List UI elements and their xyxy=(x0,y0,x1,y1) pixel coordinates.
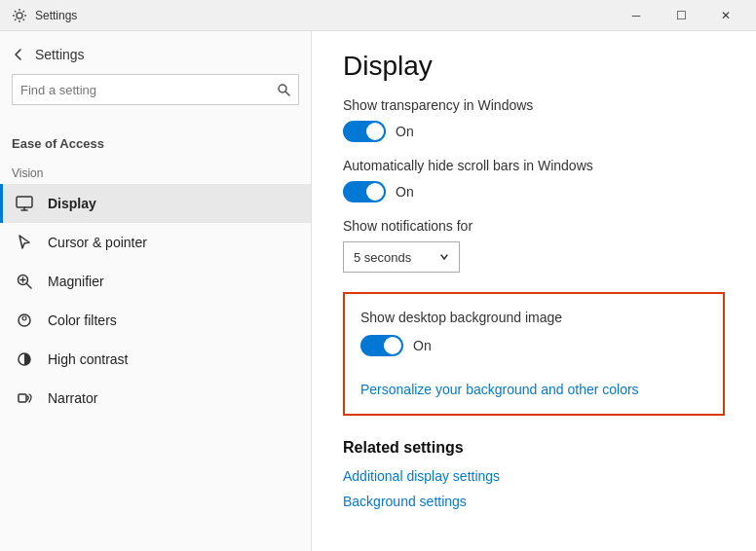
high-contrast-label: High contrast xyxy=(48,351,128,367)
content-area: Display Show transparency in Windows On … xyxy=(312,31,756,551)
chevron-down-icon xyxy=(439,252,449,262)
app-body: Settings Ease of Access Vision xyxy=(0,31,756,551)
narrator-label: Narrator xyxy=(48,390,97,406)
display-label: Display xyxy=(48,196,96,211)
color-filters-label: Color filters xyxy=(48,312,117,328)
scrollbars-toggle-row: On xyxy=(343,181,725,202)
svg-rect-2 xyxy=(17,197,32,207)
maximize-button[interactable]: ☐ xyxy=(659,0,703,31)
vision-label: Vision xyxy=(0,155,311,184)
sidebar-item-high-contrast[interactable]: High contrast xyxy=(0,340,311,379)
scrollbars-state: On xyxy=(396,184,414,200)
sidebar-item-cursor[interactable]: Cursor & pointer xyxy=(0,223,311,262)
svg-point-5 xyxy=(22,316,26,320)
sidebar-item-narrator[interactable]: Narrator xyxy=(0,379,311,418)
search-icon xyxy=(277,83,290,96)
settings-app-icon xyxy=(12,8,27,23)
desktop-bg-label: Show desktop background image xyxy=(360,310,707,325)
search-input[interactable] xyxy=(20,83,271,97)
magnifier-icon xyxy=(15,272,34,291)
title-bar-title: Settings xyxy=(35,9,77,22)
title-bar-controls: ─ ☐ ✕ xyxy=(614,0,748,31)
magnifier-label: Magnifier xyxy=(48,274,104,289)
notifications-dropdown[interactable]: 5 seconds xyxy=(343,241,460,273)
back-button[interactable]: Settings xyxy=(12,47,85,62)
transparency-label: Show transparency in Windows xyxy=(343,97,725,113)
sidebar-item-color-filters[interactable]: Color filters xyxy=(0,301,311,340)
svg-rect-7 xyxy=(19,394,26,402)
dropdown-value: 5 seconds xyxy=(354,250,411,265)
high-contrast-icon xyxy=(15,349,34,369)
search-box[interactable] xyxy=(12,74,299,105)
scrollbars-label: Automatically hide scroll bars in Window… xyxy=(343,158,725,173)
svg-point-1 xyxy=(279,85,286,92)
back-icon xyxy=(12,48,25,61)
transparency-toggle-row: On xyxy=(343,121,725,142)
cursor-icon xyxy=(15,233,34,252)
sidebar-item-display[interactable]: Display xyxy=(0,184,311,223)
sidebar-item-magnifier[interactable]: Magnifier xyxy=(0,262,311,301)
desktop-bg-toggle-row: On xyxy=(360,335,707,356)
additional-display-link[interactable]: Additional display settings xyxy=(343,468,725,484)
narrator-icon xyxy=(15,388,34,408)
display-icon xyxy=(15,194,34,213)
notifications-dropdown-row: 5 seconds xyxy=(343,241,725,273)
sidebar-top: Settings xyxy=(0,31,311,129)
title-bar-left: Settings xyxy=(12,8,77,23)
svg-point-0 xyxy=(17,13,22,18)
notifications-label: Show notifications for xyxy=(343,218,725,234)
sidebar: Settings Ease of Access Vision xyxy=(0,31,312,551)
transparency-state: On xyxy=(396,124,414,139)
desktop-bg-toggle[interactable] xyxy=(360,335,403,356)
close-button[interactable]: ✕ xyxy=(703,0,748,31)
transparency-toggle[interactable] xyxy=(343,121,386,142)
back-label: Settings xyxy=(35,47,85,62)
minimize-button[interactable]: ─ xyxy=(614,0,659,31)
title-bar: Settings ─ ☐ ✕ xyxy=(0,0,756,31)
desktop-background-box: Show desktop background image On Persona… xyxy=(343,292,725,416)
personalize-link[interactable]: Personalize your background and other co… xyxy=(360,382,639,397)
cursor-label: Cursor & pointer xyxy=(48,235,147,250)
page-title: Display xyxy=(343,51,725,82)
related-settings-title: Related settings xyxy=(343,439,725,457)
color-filters-icon xyxy=(15,311,34,330)
scrollbars-toggle[interactable] xyxy=(343,181,386,202)
section-label: Ease of Access xyxy=(0,129,311,155)
desktop-bg-state: On xyxy=(413,338,432,353)
background-settings-link[interactable]: Background settings xyxy=(343,494,725,509)
